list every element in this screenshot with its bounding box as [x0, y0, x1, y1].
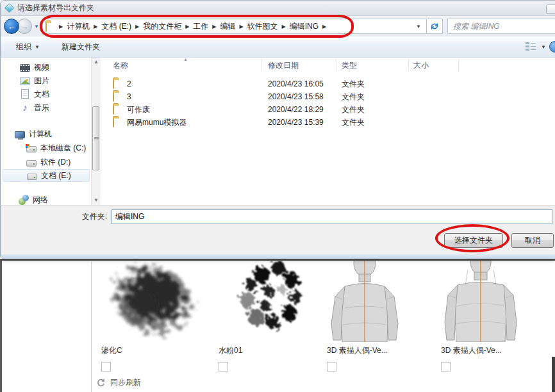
- breadcrumb-item[interactable]: 编辑ING: [288, 21, 320, 32]
- breadcrumb-item[interactable]: 我的文件柜: [142, 21, 183, 32]
- sidebar-item-computer[interactable]: 计算机: [15, 127, 52, 140]
- sidebar-item-label: 软件 (D:): [40, 157, 70, 168]
- sidebar-scrollbar[interactable]: ▲ ▼: [91, 58, 100, 205]
- file-name[interactable]: 可作废: [127, 103, 150, 116]
- nav-history-dropdown-icon[interactable]: ▼: [33, 24, 40, 29]
- sidebar-item-pictures[interactable]: 图片: [20, 74, 49, 87]
- folder-icon: [46, 22, 56, 31]
- sidebar-item-label: 网络: [33, 195, 48, 206]
- sidebar-item-label: 文档: [34, 89, 49, 100]
- file-date: 2020/4/22 18:29: [268, 103, 324, 116]
- sidebar-item-music[interactable]: ♪ 音乐: [20, 101, 49, 114]
- column-header-type[interactable]: 类型: [342, 59, 357, 72]
- column-divider[interactable]: [261, 59, 262, 71]
- folder-picker-dialog: 请选择素材导出文件夹 ← → ▼ ▶ 计算机 ▶ 文档 (E:) ▶ 我的文件柜…: [0, 0, 555, 259]
- dialog-main: 视频 图片 文档 ♪ 音乐 计算机 本地磁盘 (C:): [0, 58, 555, 205]
- material-checkbox[interactable]: [219, 362, 228, 372]
- navigation-pane: 视频 图片 文档 ♪ 音乐 计算机 本地磁盘 (C:): [1, 58, 91, 205]
- drive-icon: [27, 174, 37, 180]
- file-type: 文件夹: [342, 116, 365, 129]
- sort-ascending-icon: ▲: [183, 57, 188, 61]
- change-view-icon: [526, 42, 536, 51]
- breadcrumb[interactable]: ▶ 计算机 ▶ 文档 (E:) ▶ 我的文件柜 ▶ 工作 ▶ 编辑 ▶ 软件图文…: [42, 19, 427, 34]
- close-button[interactable]: [546, 4, 555, 14]
- column-header-date[interactable]: 修改日期: [268, 59, 299, 72]
- sidebar-item-videos[interactable]: 视频: [20, 61, 49, 74]
- sidebar-item-drive-e[interactable]: 文档 (E:): [3, 169, 90, 182]
- chevron-down-icon: ▼: [541, 44, 546, 50]
- file-type: 文件夹: [342, 78, 365, 90]
- file-name[interactable]: 2: [127, 78, 131, 90]
- breadcrumb-item[interactable]: 文档 (E:): [100, 21, 133, 32]
- app-icon: [4, 3, 15, 13]
- sidebar-item-drive-c[interactable]: 本地磁盘 (C:): [26, 142, 86, 154]
- material-item: 3D 素描人偶-Ve...: [327, 261, 439, 392]
- material-label: 水粉01: [219, 345, 242, 356]
- material-checkbox[interactable]: [327, 362, 336, 372]
- dialog-titlebar[interactable]: 请选择素材导出文件夹: [0, 0, 555, 16]
- sidebar-item-drive-d[interactable]: 软件 (D:): [26, 156, 70, 168]
- breadcrumb-item[interactable]: 工作: [192, 21, 210, 32]
- breadcrumb-item[interactable]: 计算机: [65, 21, 91, 32]
- sync-refresh-label: 同步刷新: [110, 377, 141, 388]
- mannequin-thumbnail[interactable]: [440, 261, 552, 342]
- cancel-button[interactable]: 取消: [511, 233, 554, 248]
- folder-name-input[interactable]: [112, 209, 552, 224]
- address-dropdown-icon[interactable]: ▼: [412, 24, 425, 29]
- back-button[interactable]: ←: [4, 19, 19, 34]
- select-folder-button[interactable]: 选择文件夹: [444, 233, 503, 248]
- material-item: 渗化C: [96, 261, 208, 392]
- folder-icon: [113, 79, 114, 89]
- sync-refresh[interactable]: 同步刷新: [96, 377, 141, 388]
- ink-splat-thumbnail[interactable]: [96, 261, 208, 342]
- material-label: 3D 素描人偶-Ve...: [441, 345, 502, 356]
- sidebar-item-label: 视频: [34, 62, 49, 73]
- sidebar-item-label: 图片: [34, 76, 49, 86]
- network-icon: [19, 195, 29, 205]
- new-folder-button[interactable]: 新建文件夹: [56, 39, 105, 55]
- view-options[interactable]: ▼: [526, 42, 546, 51]
- organize-button[interactable]: 组织 ▼: [11, 39, 45, 55]
- breadcrumb-separator-icon: ▶: [320, 24, 329, 29]
- breadcrumb-separator-icon: ▶: [133, 24, 142, 29]
- refresh-button[interactable]: [427, 19, 443, 34]
- sidebar-item-documents[interactable]: 文档: [20, 88, 49, 101]
- dialog-footer: 文件夹: 选择文件夹 取消: [0, 205, 555, 254]
- breadcrumb-item[interactable]: 软件图文: [246, 21, 279, 32]
- file-name[interactable]: 3: [127, 90, 131, 103]
- column-divider[interactable]: [408, 59, 409, 71]
- breadcrumb-separator-icon: ▶: [91, 24, 100, 29]
- mannequin-thumbnail[interactable]: [324, 261, 436, 342]
- material-item: 3D 素描人偶-Ve...: [441, 261, 553, 392]
- material-checkbox[interactable]: [441, 362, 451, 372]
- search-input[interactable]: [453, 22, 550, 31]
- breadcrumb-item[interactable]: 编辑: [219, 21, 236, 32]
- folder-icon: [113, 117, 114, 127]
- column-divider[interactable]: [458, 59, 459, 71]
- panel-left-edge: [0, 261, 2, 392]
- scroll-down-icon[interactable]: ▼: [92, 196, 101, 205]
- computer-icon: [15, 131, 25, 138]
- music-icon: ♪: [20, 102, 30, 113]
- folder-name-label: 文件夹:: [1, 211, 107, 222]
- sidebar-item-network[interactable]: 网络: [19, 193, 48, 205]
- material-item: 水粉01: [213, 261, 326, 392]
- column-divider[interactable]: [336, 59, 336, 71]
- breadcrumb-separator-icon: ▶: [236, 24, 245, 29]
- material-checkbox[interactable]: [101, 362, 111, 372]
- scrollbar-thumb[interactable]: [92, 106, 99, 170]
- file-name[interactable]: 网易mumu模拟器: [127, 116, 186, 129]
- video-icon: [20, 64, 30, 72]
- search-box[interactable]: [447, 19, 555, 34]
- chevron-down-icon: ▼: [35, 44, 40, 50]
- drive-c-icon: [26, 146, 37, 152]
- dialog-title: 请选择素材导出文件夹: [17, 3, 94, 13]
- column-header-name[interactable]: 名称: [113, 59, 128, 72]
- breadcrumb-separator-icon: ▶: [183, 24, 192, 29]
- column-header-size[interactable]: 大小: [413, 59, 429, 72]
- material-library-panel: 渗化C: [0, 259, 555, 392]
- scroll-up-icon[interactable]: ▲: [92, 58, 101, 67]
- breadcrumb-separator-icon: ▶: [56, 24, 65, 29]
- breadcrumb-separator-icon: ▶: [279, 24, 288, 29]
- gouache-splat-thumbnail[interactable]: [213, 261, 326, 342]
